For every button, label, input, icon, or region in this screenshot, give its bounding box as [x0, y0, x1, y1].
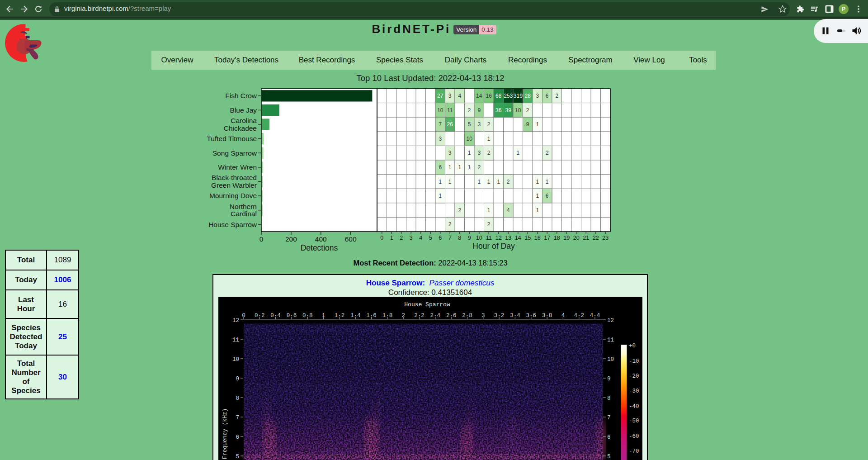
svg-text:15: 15 — [524, 235, 531, 241]
svg-text:2·4: 2·4 — [430, 313, 441, 319]
svg-text:200: 200 — [285, 235, 297, 243]
svg-text:1: 1 — [439, 179, 442, 185]
svg-text:4·2: 4·2 — [574, 313, 584, 319]
svg-text:26: 26 — [447, 121, 453, 128]
svg-text:6: 6 — [546, 193, 549, 199]
svg-text:Song Sparrow: Song Sparrow — [212, 149, 257, 157]
svg-text:6: 6 — [607, 434, 611, 441]
svg-text:1: 1 — [536, 193, 539, 199]
svg-text:1: 1 — [516, 150, 519, 156]
svg-text:6: 6 — [546, 93, 549, 99]
svg-text:4: 4 — [561, 313, 565, 319]
svg-text:5: 5 — [429, 235, 432, 241]
svg-text:1·4: 1·4 — [350, 313, 361, 319]
svg-text:2: 2 — [448, 221, 452, 228]
svg-text:Chickadee: Chickadee — [224, 124, 257, 132]
svg-text:1: 1 — [477, 179, 481, 185]
svg-text:1: 1 — [487, 136, 491, 142]
svg-text:10: 10 — [232, 356, 239, 363]
svg-text:-40: -40 — [629, 403, 639, 410]
svg-text:21: 21 — [583, 235, 589, 241]
svg-text:14: 14 — [476, 93, 482, 99]
svg-text:Cardinal: Cardinal — [231, 210, 257, 218]
svg-text:400: 400 — [315, 235, 327, 243]
svg-text:Blue Jay: Blue Jay — [230, 106, 257, 114]
svg-text:1: 1 — [448, 179, 452, 185]
svg-text:Detections: Detections — [301, 243, 338, 252]
svg-text:2: 2 — [507, 179, 510, 185]
svg-text:10: 10 — [607, 356, 614, 363]
svg-text:6: 6 — [439, 235, 442, 241]
svg-text:3: 3 — [410, 235, 413, 241]
svg-text:-20: -20 — [629, 373, 639, 379]
svg-text:16: 16 — [486, 93, 492, 99]
svg-text:12: 12 — [495, 235, 502, 241]
svg-text:1: 1 — [468, 150, 471, 156]
svg-text:2: 2 — [555, 93, 558, 99]
svg-text:2: 2 — [487, 221, 491, 228]
svg-text:2·2: 2·2 — [414, 313, 425, 319]
svg-text:10: 10 — [515, 107, 521, 114]
svg-text:1: 1 — [322, 313, 326, 319]
svg-text:Black-throated: Black-throated — [212, 174, 257, 181]
svg-text:5: 5 — [607, 454, 611, 460]
svg-text:7: 7 — [448, 235, 452, 241]
svg-text:3·8: 3·8 — [542, 313, 552, 319]
svg-text:1: 1 — [536, 179, 539, 185]
svg-text:4·4: 4·4 — [590, 313, 600, 319]
svg-text:1: 1 — [458, 164, 461, 171]
svg-text:27: 27 — [437, 93, 443, 99]
svg-text:2: 2 — [526, 107, 529, 114]
svg-text:Fish Crow: Fish Crow — [225, 92, 257, 100]
svg-text:0·4: 0·4 — [270, 313, 281, 319]
svg-text:10: 10 — [467, 136, 473, 142]
svg-text:39: 39 — [505, 107, 512, 114]
svg-text:8: 8 — [236, 395, 239, 402]
svg-text:9: 9 — [468, 235, 471, 241]
svg-text:10: 10 — [476, 235, 482, 241]
svg-text:14: 14 — [515, 235, 521, 241]
svg-text:0·6: 0·6 — [287, 313, 297, 319]
svg-text:Frequency (kHz): Frequency (kHz) — [222, 408, 228, 460]
svg-text:2: 2 — [477, 164, 481, 171]
svg-text:17: 17 — [544, 235, 550, 241]
svg-text:3: 3 — [477, 121, 481, 128]
svg-text:3: 3 — [536, 93, 539, 99]
svg-text:1: 1 — [448, 164, 452, 171]
svg-text:19: 19 — [563, 235, 570, 241]
svg-text:3·6: 3·6 — [526, 313, 537, 319]
svg-text:0: 0 — [380, 235, 383, 241]
svg-text:2: 2 — [468, 107, 471, 114]
svg-text:6: 6 — [236, 434, 239, 441]
svg-text:9: 9 — [236, 376, 239, 382]
svg-text:3·4: 3·4 — [510, 313, 520, 319]
svg-text:11: 11 — [447, 107, 453, 114]
svg-text:Winter Wren: Winter Wren — [218, 163, 257, 171]
svg-text:2: 2 — [401, 313, 405, 319]
svg-text:36: 36 — [495, 107, 502, 114]
svg-text:1: 1 — [439, 193, 442, 199]
svg-text:2·8: 2·8 — [462, 313, 472, 319]
svg-text:68: 68 — [495, 93, 502, 99]
svg-text:16: 16 — [534, 235, 541, 241]
svg-text:11: 11 — [607, 337, 614, 343]
svg-text:3: 3 — [439, 136, 442, 142]
svg-text:-30: -30 — [629, 388, 639, 394]
svg-text:22: 22 — [593, 235, 599, 241]
svg-text:4: 4 — [458, 93, 461, 99]
svg-text:-10: -10 — [629, 358, 639, 365]
svg-text:0·2: 0·2 — [255, 313, 265, 319]
svg-text:8: 8 — [607, 395, 611, 402]
svg-text:7: 7 — [236, 415, 239, 421]
svg-text:Carolina: Carolina — [231, 117, 257, 124]
svg-text:5: 5 — [236, 454, 239, 460]
svg-text:1·8: 1·8 — [382, 313, 393, 319]
svg-text:12: 12 — [232, 318, 239, 324]
svg-text:1: 1 — [536, 121, 539, 128]
svg-text:18: 18 — [554, 235, 560, 241]
svg-text:2: 2 — [487, 150, 491, 156]
svg-text:9: 9 — [607, 376, 611, 382]
svg-text:6: 6 — [439, 164, 442, 171]
svg-text:9: 9 — [477, 107, 481, 114]
svg-text:Northern: Northern — [230, 203, 257, 210]
